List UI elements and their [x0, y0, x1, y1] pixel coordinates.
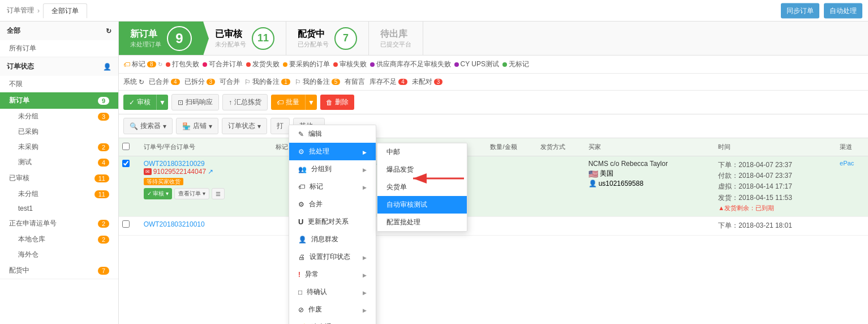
menu-merge[interactable]: ⚙ 合并	[289, 195, 376, 213]
audit-button[interactable]: ✓ 审核	[123, 95, 156, 110]
status-new-order[interactable]: 新订单 未处理订单 9	[119, 22, 204, 55]
sidebar-item-new-order[interactable]: 新订单 9	[0, 92, 118, 109]
tag-no-mark[interactable]: 无标记	[502, 59, 529, 69]
row-audit-btn[interactable]: ✓ 审核 ▾	[144, 188, 173, 199]
batch-button[interactable]: 🏷 批量	[271, 95, 305, 110]
menu-group[interactable]: 👥 分组到	[289, 160, 376, 178]
sidebar-item-test[interactable]: 测试 4	[5, 155, 118, 170]
print-icon: 🖨	[298, 253, 305, 261]
batch-submenu: 中邮 爆品发货 尖货单 自动审核测试 配置批处理	[377, 143, 467, 232]
time-cell2: 下单：2018-03-21 18:01	[715, 217, 836, 235]
sidebar-item-all-orders[interactable]: 所有订单	[0, 40, 118, 57]
tag-mark-icon: 🏷	[123, 61, 130, 69]
submenu-explosion[interactable]: 爆品发货	[377, 161, 467, 178]
sidebar-item-ungrouped[interactable]: 未分组 3	[5, 109, 118, 124]
menu-update-match[interactable]: U 更新配对关系	[289, 213, 376, 231]
tag2-has-message[interactable]: 有留言	[345, 77, 365, 87]
menu-print[interactable]: 🖨 设置打印状态	[289, 248, 376, 266]
row-checkbox-0[interactable]	[122, 160, 130, 167]
status-shipping[interactable]: 配货中 已分配单号 7	[286, 22, 369, 55]
flag-icon: 🇺🇸	[588, 169, 598, 178]
tag-mark[interactable]: 🏷 标记 8 ↻	[123, 59, 162, 69]
note5-badge: 5	[332, 79, 341, 85]
chevron-down-icon3: ▾	[257, 122, 261, 130]
qty-cell2	[487, 217, 537, 235]
order-status-filter[interactable]: 订单状态 ▾	[222, 118, 267, 134]
tag-pack-fail[interactable]: 打包失败	[166, 59, 199, 69]
menu-exception[interactable]: ! 异常	[289, 266, 376, 283]
tag-need-purchase[interactable]: 要采购的订单	[283, 59, 330, 69]
tag2-my-note1[interactable]: ⚐ 我的备注 1	[244, 77, 290, 87]
cancel-arrow	[363, 306, 367, 314]
tag-cy-ups[interactable]: CY UPS测试	[454, 59, 499, 69]
sidebar-item-unpurchased[interactable]: 未采购 2	[5, 139, 118, 155]
tag-ship-fail[interactable]: 发货失败	[246, 59, 280, 69]
menu-mark[interactable]: 🏷 标记	[289, 178, 376, 195]
menu-pending[interactable]: □ 待确认	[289, 283, 376, 301]
tag2-merged[interactable]: 已合并 4	[149, 77, 180, 87]
tag-dot4	[283, 62, 287, 67]
scan-button[interactable]: ⊡ 扫码响应	[171, 94, 219, 110]
select-all-checkbox[interactable]	[122, 143, 130, 150]
sidebar-sub-new: 未分组 3 已采购 未采购 2 测试 4	[0, 109, 118, 170]
collect-button[interactable]: ↑ 汇总拣货	[222, 94, 268, 110]
delete-button[interactable]: 🗑 删除	[320, 95, 354, 110]
sidebar-item-audited-ungrouped[interactable]: 未分组 11	[5, 186, 118, 202]
breadcrumb-current[interactable]: 全部订单	[43, 3, 87, 18]
submenu-top-goods[interactable]: 尖货单	[377, 178, 467, 196]
tag2-my-note5[interactable]: ⚐ 我的备注 5	[295, 77, 341, 87]
tag2-can-merge[interactable]: 可合并	[220, 77, 240, 87]
sidebar-sub-applying: 本地仓库 2 海外仓	[0, 232, 118, 262]
submenu-config[interactable]: 配置批处理	[377, 214, 467, 231]
menu-batch[interactable]: ⚙ 批处理 中邮 爆品发货 尖货单 自动审核测试 配置批处理	[289, 143, 376, 160]
refresh-icon[interactable]: ↻	[106, 27, 111, 35]
menu-message[interactable]: 👤 消息群发	[289, 231, 376, 248]
menu-edit[interactable]: ✎ 编辑	[289, 125, 376, 143]
store-icon: 🏪	[182, 122, 191, 130]
tag-audit-fail[interactable]: 审核失败	[333, 59, 367, 69]
print-arrow	[363, 253, 367, 261]
menu-cancel[interactable]: ⊘ 作废	[289, 301, 376, 318]
sidebar-item-overseas[interactable]: 海外仓	[5, 247, 118, 262]
tag-supplier-stock-fail[interactable]: 供应商库存不足审核失败	[370, 59, 451, 69]
submenu-auto-audit[interactable]: 自动审核测试	[377, 196, 467, 214]
tags-row1: 🏷 标记 8 ↻ 打包失败 可合并订单 发货失败 要采购的订单	[119, 56, 868, 74]
tag2-unmatch[interactable]: 未配对 3	[412, 77, 443, 87]
sidebar-item-local-warehouse[interactable]: 本地仓库 2	[5, 232, 118, 247]
auto-process-button[interactable]: 自动处理	[824, 3, 862, 18]
tag-dot7	[454, 62, 459, 67]
row-view-btn[interactable]: 查看订单 ▾	[174, 188, 209, 199]
tag2-split[interactable]: 已拆分 3	[184, 77, 216, 87]
audit-dropdown-button[interactable]: ▼	[156, 95, 168, 110]
sidebar-item-applying-shipping[interactable]: 正在申请运单号 2	[0, 215, 118, 232]
col-order-id: 订单号/平台订单号	[140, 138, 273, 156]
status-pending-text: 待出库 已提交平台	[380, 28, 411, 49]
audited-ungrouped-badge: 11	[94, 190, 109, 198]
print-filter[interactable]: 打	[270, 118, 290, 134]
status-pending-out[interactable]: 待出库 已提交平台	[369, 22, 423, 55]
row-checkbox-1[interactable]	[122, 220, 130, 228]
menu-aliexpress[interactable]: ⚡ 速卖通	[289, 318, 376, 324]
breadcrumb-parent[interactable]: 订单管理	[7, 6, 34, 15]
row-action-btn[interactable]: ☰	[212, 188, 225, 199]
sidebar-item-purchased[interactable]: 已采购	[5, 124, 118, 139]
toolbar: ✓ 审核 ▼ ⊡ 扫码响应 ↑ 汇总拣货 🏷 批量 ▼ 🗑	[119, 91, 868, 114]
sidebar-item-unlimited[interactable]: 不限	[0, 76, 118, 92]
applying-badge: 2	[98, 220, 109, 228]
sync-button[interactable]: 同步订单	[781, 3, 819, 18]
submenu-zhongyou[interactable]: 中邮	[377, 143, 467, 161]
batch-dropdown-button[interactable]: ▼	[305, 95, 317, 110]
refresh-tag-icon: ↻	[158, 61, 162, 67]
status-audited[interactable]: 已审核 未分配单号 11	[204, 22, 286, 55]
store-filter-button[interactable]: 🏪 店铺 ▾	[176, 118, 218, 134]
tag2-system-refresh[interactable]: 系统 ↻	[123, 77, 144, 87]
tag-can-merge[interactable]: 可合并订单	[203, 59, 243, 69]
exception-icon: !	[298, 271, 300, 279]
sidebar-item-test1[interactable]: test1	[5, 202, 118, 215]
pending-arrow	[363, 288, 367, 296]
sidebar-item-audited[interactable]: 已审核 11	[0, 170, 118, 186]
sidebar-item-shipping[interactable]: 配货中 7	[0, 262, 118, 279]
tag2-stock-short[interactable]: 库存不足 4	[369, 77, 407, 87]
refresh-icon2: ↻	[139, 78, 144, 86]
search-filter-button[interactable]: 🔍 搜索器 ▾	[123, 118, 173, 134]
